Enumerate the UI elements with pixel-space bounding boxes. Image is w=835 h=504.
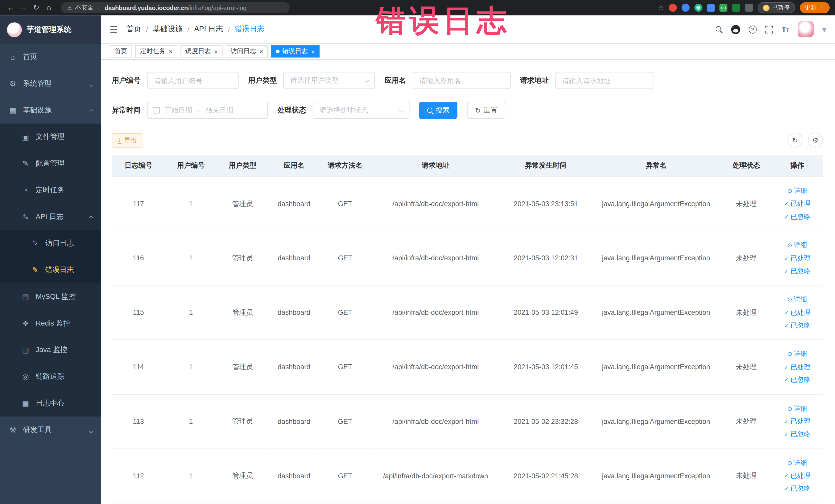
sidebar-item-redis-monitor[interactable]: ❖ Redis 监控	[0, 310, 101, 337]
viewport: ← → ↻ ⌂ ⚠ 不安全 | dashboard.yudao.iocoder.…	[0, 0, 835, 504]
cell-request-url: /api/infra/db-doc/export-html	[371, 340, 501, 394]
ignored-link[interactable]: ✓已忽略	[774, 482, 821, 495]
sidebar-item-config-management[interactable]: ✎ 配置管理	[0, 150, 101, 177]
extension-icon-on[interactable]: on	[719, 4, 728, 12]
filter-user-type: 用户类型 请选择用户类型	[248, 72, 375, 89]
close-icon[interactable]: ×	[214, 48, 218, 55]
processed-link[interactable]: ✓已处理	[774, 361, 821, 374]
refresh-button[interactable]: ↻	[788, 133, 802, 148]
extension-icon-grid[interactable]	[707, 4, 715, 12]
paused-badge[interactable]: 已暂停	[758, 2, 795, 13]
ignored-link[interactable]: ✓已忽略	[774, 210, 821, 223]
user-id-input[interactable]	[147, 72, 239, 89]
request-url-input[interactable]	[555, 72, 653, 89]
processed-link[interactable]: ✓已处理	[774, 197, 821, 210]
tab-access-logs[interactable]: 访问日志×	[226, 45, 268, 58]
breadcrumb-api-logs[interactable]: API 日志	[194, 24, 223, 34]
sidebar-item-system-management[interactable]: ⚙ 系统管理	[0, 70, 101, 97]
detail-link[interactable]: ⊙详细	[774, 402, 821, 415]
ignored-link[interactable]: ✓已忽略	[774, 428, 821, 441]
eye-icon: ⊙	[787, 296, 792, 303]
sidebar-item-mysql-monitor[interactable]: ▦ MySQL 监控	[0, 283, 101, 310]
font-size-icon[interactable]: TT	[781, 25, 789, 34]
github-icon[interactable]	[731, 25, 740, 34]
sidebar-item-log-center[interactable]: ▤ 日志中心	[0, 390, 101, 417]
update-button[interactable]: 更新⋮	[800, 2, 830, 13]
tab-error-logs[interactable]: 错误日志×	[271, 45, 320, 58]
cell-method: GET	[320, 231, 371, 285]
sidebar-item-home[interactable]: ⌂ 首页	[0, 44, 101, 70]
tab-dispatch-logs[interactable]: 调度日志×	[180, 45, 223, 58]
ignored-link[interactable]: ✓已忽略	[774, 319, 821, 332]
processed-link[interactable]: ✓已处理	[774, 251, 821, 265]
extension-icon-green[interactable]	[732, 4, 740, 12]
user-avatar[interactable]	[798, 21, 814, 37]
reset-button[interactable]: ↻ 重置	[467, 102, 505, 119]
sidebar-item-scheduled-tasks[interactable]: ◔ 定时任务	[0, 177, 101, 204]
sidebar-item-label: 错误日志	[45, 265, 74, 275]
sidebar-item-file-management[interactable]: ▣ 文件管理	[0, 123, 101, 150]
processed-link[interactable]: ✓已处理	[774, 469, 821, 482]
sidebar-item-java-monitor[interactable]: ▥ Java 监控	[0, 337, 101, 363]
sidebar-item-dev-tools[interactable]: ⚒ 研发工具	[0, 417, 101, 443]
extension-icon-teal[interactable]	[694, 4, 702, 12]
fullscreen-icon[interactable]	[765, 25, 773, 33]
ignored-link[interactable]: ✓已忽略	[774, 374, 821, 387]
close-icon[interactable]: ×	[169, 48, 173, 55]
close-icon[interactable]: ×	[311, 48, 315, 55]
cell-status: 未处理	[721, 340, 772, 394]
chevron-down-icon	[89, 426, 93, 434]
search-icon[interactable]	[716, 26, 722, 33]
app-frame: 芋道管理系统 ⌂ 首页 ⚙ 系统管理 ▤ 基础设施	[0, 15, 835, 504]
breadcrumb-infrastructure[interactable]: 基础设施	[153, 24, 183, 34]
caret-down-icon[interactable]: ▾	[822, 24, 827, 34]
tab-scheduled-tasks[interactable]: 定时任务×	[135, 45, 177, 58]
active-dot-icon	[276, 49, 280, 54]
detail-link[interactable]: ⊙详细	[774, 347, 821, 361]
export-button[interactable]: ↓ 导出	[112, 133, 143, 147]
detail-link[interactable]: ⊙详细	[774, 239, 821, 252]
extension-icon-blue[interactable]	[682, 4, 690, 12]
date-range-picker[interactable]: 开始日期 – 结束日期	[147, 102, 268, 119]
reload-icon[interactable]: ↻	[31, 0, 41, 15]
address-bar[interactable]: ⚠ 不安全 | dashboard.yudao.iocoder.cn/infra…	[61, 2, 290, 13]
extension-icon-red[interactable]	[669, 4, 677, 12]
cell-app-name: dashboard	[268, 177, 320, 231]
url-host: dashboard.yudao.iocoder.cn	[104, 5, 188, 11]
close-icon[interactable]: ×	[259, 48, 263, 55]
processed-link[interactable]: ✓已处理	[774, 415, 821, 428]
sidebar-item-label: 访问日志	[45, 239, 74, 248]
user-type-select[interactable]: 请选择用户类型	[283, 72, 375, 89]
sidebar-item-api-logs[interactable]: ✎ API 日志	[0, 203, 101, 230]
cell-status: 未处理	[721, 177, 772, 231]
sidebar-item-infrastructure[interactable]: ▤ 基础设施	[0, 97, 101, 124]
app-name-input[interactable]	[412, 72, 511, 89]
forward-icon[interactable]: →	[18, 0, 29, 15]
process-status-select[interactable]: 请选择处理状态	[313, 102, 410, 119]
chevron-down-icon	[89, 80, 93, 87]
ignored-link[interactable]: ✓已忽略	[774, 265, 821, 278]
sidebar-item-error-logs[interactable]: ✎ 错误日志	[0, 257, 101, 283]
eye-icon: ⊙	[787, 405, 792, 411]
sidebar-item-tracing[interactable]: ◎ 链路追踪	[0, 363, 101, 390]
detail-link[interactable]: ⊙详细	[774, 456, 821, 469]
home-icon[interactable]: ⌂	[44, 0, 54, 15]
extensions-puzzle-icon[interactable]	[745, 4, 753, 12]
search-button[interactable]: 搜索	[419, 102, 457, 119]
sidebar: 芋道管理系统 ⌂ 首页 ⚙ 系统管理 ▤ 基础设施	[0, 15, 101, 504]
table-header: 日志编号用户编号用户类型应用名请求方法名请求地址异常发生时间异常名处理状态操作	[112, 155, 823, 177]
sidebar-item-access-logs[interactable]: ✎ 访问日志	[0, 230, 101, 257]
help-icon[interactable]: ?	[749, 25, 757, 33]
cell-exception-time: 2021-05-03 12:01:49	[501, 285, 591, 340]
breadcrumb-home[interactable]: 首页	[126, 24, 141, 34]
processed-link[interactable]: ✓已处理	[774, 306, 821, 319]
back-icon[interactable]: ←	[5, 0, 16, 15]
detail-link[interactable]: ⊙详细	[774, 184, 821, 198]
bookmark-star-icon[interactable]: ☆	[658, 4, 664, 12]
cell-method: GET	[320, 394, 371, 448]
tab-home[interactable]: 首页	[109, 45, 132, 58]
detail-link[interactable]: ⊙详细	[774, 293, 821, 306]
screen: ← → ↻ ⌂ ⚠ 不安全 | dashboard.yudao.iocoder.…	[0, 0, 835, 504]
hamburger-icon[interactable]: ☰	[109, 24, 118, 35]
column-settings-button[interactable]: ⚙	[808, 133, 823, 148]
